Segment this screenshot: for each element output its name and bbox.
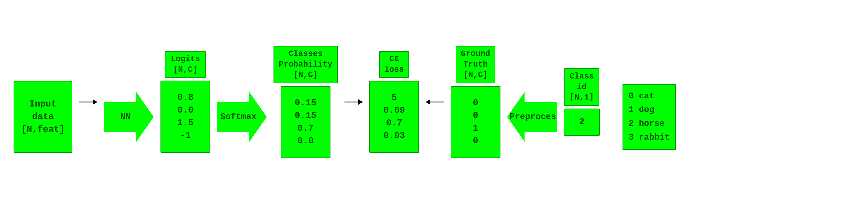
ground-truth-node: Ground Truth [N,C] 0 0 1 0 <box>451 46 500 158</box>
logits-node: Logits [N,C] 0.8 0.0 1.5 -1 <box>160 51 210 153</box>
ce-loss-box: 5 0.09 0.7 0.03 <box>369 81 419 153</box>
ground-truth-values: 0 0 1 0 <box>473 97 478 147</box>
line-1 <box>79 102 97 102</box>
preprocess-label: Preprocess <box>510 112 561 122</box>
ce-loss-values: 5 0.09 0.7 0.03 <box>383 92 405 142</box>
arrow-prob-to-ce <box>344 102 363 102</box>
nn-arrow: NN <box>104 92 154 142</box>
class-id-header: Class id [N,1] <box>564 68 599 106</box>
softmax-label: Softmax <box>220 112 256 122</box>
nn-label: NN <box>120 112 131 122</box>
arrow-input-to-nn <box>79 102 97 102</box>
logits-header: Logits [N,C] <box>165 51 206 78</box>
arrow-gt-to-ce <box>426 102 444 102</box>
input-data-box: Input data [N,feat] <box>13 81 72 153</box>
line-3 <box>426 102 444 102</box>
class-id-node: Class id [N,1] 2 <box>564 68 600 136</box>
preprocess-arrow: Preprocess <box>507 92 557 142</box>
diagram: ​ Input data [N,feat] ​ NN Logits [N,C] … <box>13 9 855 195</box>
classes-prob-header: Classes Probability [N,C] <box>274 46 338 83</box>
ground-truth-box: 0 0 1 0 <box>451 86 500 158</box>
classes-prob-node: Classes Probability [N,C] 0.15 0.15 0.7 … <box>274 46 338 158</box>
classes-prob-box: 0.15 0.15 0.7 0.0 <box>281 86 331 158</box>
class-id-box: 2 <box>564 108 600 136</box>
input-data-node: ​ Input data [N,feat] <box>13 51 72 153</box>
ce-loss-header: CE loss <box>379 51 409 78</box>
ground-truth-header: Ground Truth [N,C] <box>456 46 495 83</box>
softmax-node: ​ Softmax <box>217 62 267 142</box>
classes-list-node: ​ 0 cat 1 dog 2 horse 3 rabbit <box>614 55 676 149</box>
softmax-arrow: Softmax <box>217 92 267 142</box>
nn-node: ​ NN <box>104 62 154 142</box>
preprocess-node: ​ Preprocess <box>507 62 557 142</box>
logits-values: 0.8 0.0 1.5 -1 <box>177 91 193 142</box>
logits-box: 0.8 0.0 1.5 -1 <box>160 80 210 153</box>
input-data-label: Input data [N,feat] <box>21 98 65 136</box>
class-id-value: 2 <box>579 116 585 128</box>
classes-list-box: 0 cat 1 dog 2 horse 3 rabbit <box>622 84 676 149</box>
ce-loss-node: CE loss 5 0.09 0.7 0.03 <box>369 51 419 153</box>
line-2 <box>344 102 363 102</box>
classes-prob-values: 0.15 0.15 0.7 0.0 <box>295 97 316 147</box>
